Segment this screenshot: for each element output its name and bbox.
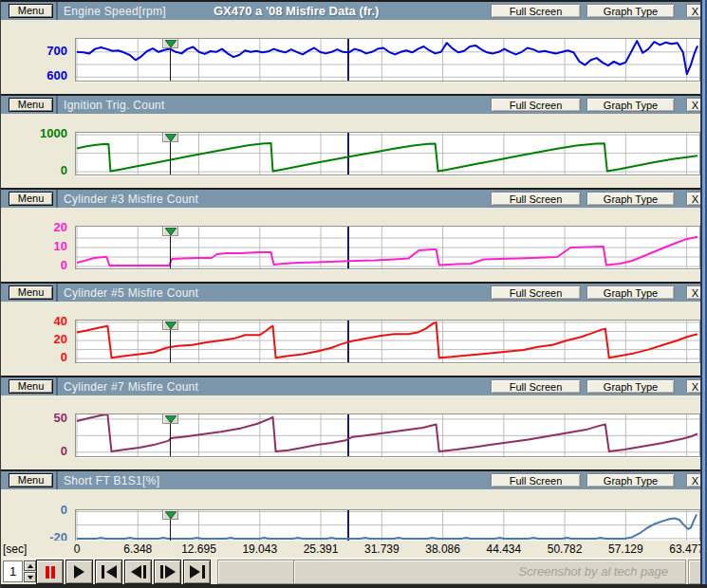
menu-button[interactable]: Menu [9,285,53,300]
step-forward-icon [160,565,163,579]
chart-plot[interactable] [75,413,700,457]
step-forward-button[interactable] [154,560,181,584]
cursor-handle[interactable] [162,226,178,236]
status-bar-end-cap [688,560,701,584]
x-tick-label: 6.348 [123,542,152,556]
pause-icon [46,566,49,579]
x-tick-label: 25.391 [304,542,339,556]
step-back-icon [131,565,141,579]
y-tick-label: 700 [47,44,67,58]
x-tick-label: 38.086 [425,542,460,556]
full-screen-button[interactable]: Full Screen [491,379,581,394]
step-back-button[interactable] [124,560,152,584]
cursor-line[interactable] [170,140,171,175]
pause-button[interactable] [36,560,64,584]
graph-type-button[interactable]: Graph Type [586,473,675,487]
chart-plot[interactable] [75,509,700,542]
jump-start-icon [102,565,104,579]
panel-header: Menu Cylinder #5 Misfire Count Full Scre… [1,284,701,302]
panel-cylinder-5-misfire: Menu Cylinder #5 Misfire Count Full Scre… [1,282,701,376]
header-divider [56,284,58,302]
cursor-triangle-icon [165,228,177,235]
cursor-handle[interactable] [162,38,178,48]
graph-type-button[interactable]: Graph Type [586,4,675,18]
menu-button[interactable]: Menu [9,4,53,18]
jump-start-button[interactable] [95,560,122,584]
full-screen-button[interactable]: Full Screen [491,4,581,18]
y-axis: 0-20 [1,509,71,542]
panel-header: Menu Cylinder #3 Misfire Count Full Scre… [1,190,701,208]
x-tick-label: 50.782 [548,542,583,556]
panel-title: Cylinder #7 Misfire Count [64,380,198,394]
y-axis: 700600 [1,38,71,82]
full-screen-button[interactable]: Full Screen [491,473,581,487]
panel-header: Menu Engine Speed[rpm] GX470 a '08 Misfi… [1,2,701,20]
chart-plot[interactable] [75,226,700,269]
graph-type-button[interactable]: Graph Type [586,192,675,206]
y-tick-label: 0 [61,444,67,458]
header-divider [56,471,58,489]
x-tick-label: 44.434 [486,542,521,556]
y-tick-label: 0 [61,258,67,272]
y-axis: 500 [1,413,71,457]
y-axis: 40200 [1,320,71,363]
chart-plot[interactable] [75,38,700,82]
cursor-handle[interactable] [162,132,178,142]
x-tick-label: 12.695 [181,542,216,556]
panel-header: Menu Cylinder #7 Misfire Count Full Scre… [1,377,701,395]
cursor-line[interactable] [170,518,171,541]
y-tick-label: 50 [54,411,67,425]
play-icon [74,565,84,579]
panel-title: Cylinder #5 Misfire Count [64,286,198,300]
menu-button[interactable]: Menu [9,473,53,487]
panel-title: Engine Speed[rpm] [64,5,166,18]
speed-spinner-value[interactable]: 1 [3,560,23,582]
cursor-line[interactable] [170,234,171,268]
full-screen-button[interactable]: Full Screen [491,98,581,112]
jump-end-button[interactable] [183,560,211,584]
chart-plot[interactable] [75,320,700,363]
x-tick-label: 63.477 [669,542,704,556]
y-tick-label: 1000 [40,126,67,140]
y-tick-label: 0 [61,503,67,517]
credit-text: Screenshot by al tech page [518,564,668,579]
graph-type-button[interactable]: Graph Type [586,98,675,112]
graph-type-button[interactable]: Graph Type [586,285,675,300]
panel-title: Ignition Trig. Count [64,99,165,112]
y-tick-label: 0 [61,163,67,177]
menu-button[interactable]: Menu [9,192,53,206]
full-screen-button[interactable]: Full Screen [491,192,581,206]
chart-plot[interactable] [75,132,700,175]
cursor-line[interactable] [170,46,171,81]
cursor-handle[interactable] [162,509,178,520]
spinner-up-icon[interactable] [24,560,36,571]
cursor-triangle-icon [165,415,177,423]
status-bar: Screenshot by al tech page [217,560,686,584]
y-tick-label: 600 [47,68,67,83]
cursor-handle[interactable] [162,413,178,424]
panel-title: Cylinder #3 Misfire Count [64,193,198,206]
panel-title: Short FT B1S1[%] [64,474,159,487]
cursor-triangle-icon [165,134,177,141]
cursor-triangle-icon [165,511,177,519]
cursor-line[interactable] [170,328,171,362]
y-tick-label: 40 [54,314,67,328]
panel-header: Menu Ignition Trig. Count Full Screen Gr… [1,96,701,114]
status-bar-divider [293,560,294,583]
cursor-handle[interactable] [162,320,178,330]
cursor-triangle-icon [165,322,177,329]
full-screen-button[interactable]: Full Screen [491,285,581,300]
panel-header: Menu Short FT B1S1[%] Full Screen Graph … [1,471,701,489]
menu-button[interactable]: Menu [9,98,53,112]
panel-cylinder-7-misfire: Menu Cylinder #7 Misfire Count Full Scre… [1,376,701,469]
cursor-line[interactable] [170,422,171,456]
header-divider [56,190,58,208]
menu-button[interactable]: Menu [9,379,53,394]
x-tick-label: 57.129 [608,542,643,556]
playback-toolbar: 1 Screenshot by al tech page [1,558,707,585]
graph-type-button[interactable]: Graph Type [586,379,675,394]
spinner-down-icon[interactable] [24,572,36,582]
play-button[interactable] [65,560,93,584]
window-right-frame [700,0,707,588]
y-axis: 10000 [1,132,71,175]
